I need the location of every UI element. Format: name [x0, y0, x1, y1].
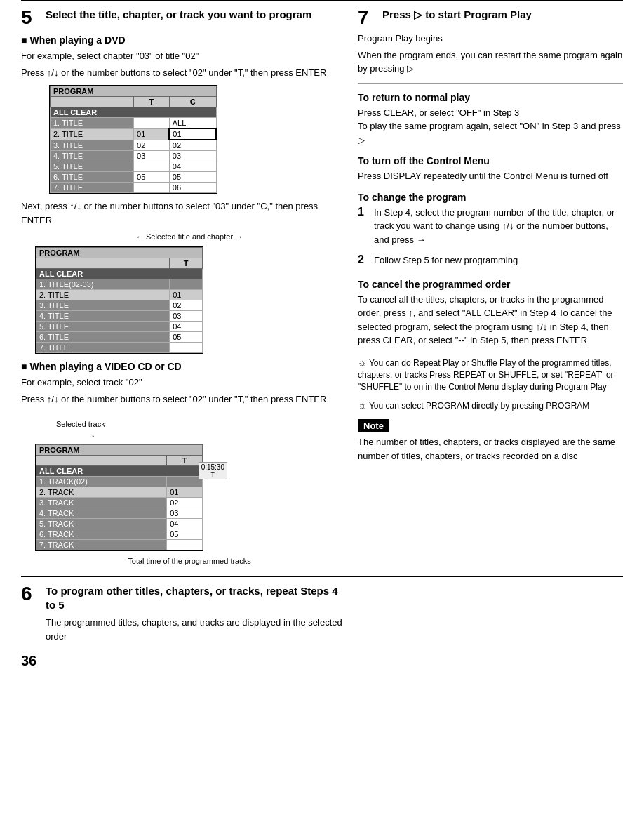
- tip1-text: ☼ You can do Repeat Play or Shuffle Play…: [358, 356, 623, 393]
- table-row: 6. TITLE 05 05: [51, 172, 217, 183]
- step6-header: 6 To program other titles, chapters, or …: [21, 584, 344, 646]
- t-val: [134, 183, 170, 193]
- vcd-body1: For example, select track "02": [21, 376, 344, 390]
- program-table-2: PROGRAM T ALL CLEAR: [36, 247, 203, 353]
- all-clear-row: ALL CLEAR: [51, 107, 217, 118]
- step6-title-block: To program other titles, chapters, or tr…: [46, 584, 344, 646]
- table-row: 3. TITLE 02 02: [51, 140, 217, 151]
- t-val: [170, 343, 203, 353]
- tip2-text: ☼ You can select PROGRAM directly by pre…: [358, 399, 623, 413]
- table-row: 7. TITLE: [36, 343, 203, 353]
- table-row: 7. TRACK: [36, 540, 203, 550]
- t-val: 04: [170, 322, 203, 332]
- c-val: 06: [169, 183, 216, 193]
- title-6: 6. TITLE: [51, 172, 134, 183]
- bottom-left: 6 To program other titles, chapters, or …: [21, 584, 344, 669]
- dvd-body2: Press ↑/↓ or the number buttons to selec…: [21, 66, 344, 80]
- step7-body1: Program Play begins: [358, 32, 623, 46]
- divider-1: [358, 83, 623, 84]
- dvd-table1: PROGRAM T C ALL CLEAR: [49, 85, 217, 194]
- tip2-container: ☼ You can select PROGRAM directly by pre…: [358, 399, 623, 413]
- left-column: 5 Select the title, chapter, or track yo…: [21, 8, 344, 569]
- step5-header: 5 Select the title, chapter, or track yo…: [21, 8, 344, 27]
- title-5-2: 5. TITLE: [36, 322, 170, 332]
- c-val: 05: [169, 172, 216, 183]
- change-program-item2: 2 Follow Step 5 for new programming: [358, 253, 623, 270]
- caption-arrow-right: →: [235, 232, 243, 241]
- table-row: 4. TRACK 03: [36, 508, 203, 519]
- step6-title: To program other titles, chapters, or tr…: [46, 585, 338, 611]
- selected-title-caption: ← Selected title and chapter →: [35, 232, 344, 241]
- time-value: 0:15:30: [201, 463, 224, 471]
- c-val: 02: [169, 140, 216, 151]
- caption-arrow-left: ←: [136, 232, 146, 241]
- title-2-2: 2. TITLE: [36, 290, 170, 300]
- vcd-body2: Press ↑/↓ or the number buttons to selec…: [21, 392, 344, 406]
- tip1-icon: ☼: [358, 357, 367, 368]
- step7-header: 7 Press ▷ to start Program Play: [358, 8, 623, 27]
- control-menu-body: Press DISPLAY repeatedly until the Contr…: [358, 169, 623, 183]
- content-area: 5 Select the title, chapter, or track yo…: [0, 1, 644, 576]
- track-7: 7. TRACK: [36, 540, 167, 550]
- t-val: 03: [170, 311, 203, 322]
- table-row: ALL CLEAR: [36, 269, 203, 279]
- normal-play-title: To return to normal play: [358, 92, 623, 103]
- col-label-1: [51, 97, 134, 107]
- track-2: 2. TRACK: [36, 487, 167, 498]
- cancel-order-body: To cancel all the titles, chapters, or t…: [358, 293, 623, 348]
- col-label-2: [36, 258, 170, 269]
- title-2: 2. TITLE: [51, 128, 134, 140]
- table-row: 2. TRACK 01: [36, 487, 203, 498]
- step7-title: Press ▷ to start Program Play: [382, 8, 532, 22]
- note-label: Note: [358, 419, 389, 432]
- t-val: 04: [167, 519, 203, 529]
- table-row: 4. TITLE 03: [36, 311, 203, 322]
- table-row: 3. TRACK 02: [36, 498, 203, 508]
- t-val: [170, 279, 203, 290]
- table-row: 6. TITLE 05: [36, 332, 203, 343]
- table-row: 4. TITLE 03 03: [51, 151, 217, 161]
- control-menu-title: To turn off the Control Menu: [358, 155, 623, 166]
- time-badge: 0:15:30 T: [199, 462, 227, 479]
- title-3: 3. TITLE: [51, 140, 134, 151]
- t-val: [167, 477, 203, 487]
- table-row: 7. TITLE 06: [51, 183, 217, 193]
- title-5: 5. TITLE: [51, 161, 134, 172]
- col-label-3: [36, 456, 167, 466]
- table-row: 5. TITLE 04: [36, 322, 203, 332]
- dvd-body1: For example, select chapter "03" of titl…: [21, 49, 344, 63]
- track-3: 3. TRACK: [36, 498, 167, 508]
- t-val: [134, 161, 170, 172]
- c-val: ALL: [169, 118, 216, 129]
- tip1-container: ☼ You can do Repeat Play or Shuffle Play…: [358, 356, 623, 393]
- tip1-content: You can do Repeat Play or Shuffle Play o…: [358, 358, 614, 392]
- program-table-3: PROGRAM T ALL CLEAR: [36, 444, 203, 550]
- col-c-1: C: [169, 97, 216, 107]
- step5-number: 5: [21, 8, 39, 27]
- title-6-2: 6. TITLE: [36, 332, 170, 343]
- table-row: 1. TRACK(02): [36, 477, 203, 487]
- tip2-icon: ☼: [358, 399, 367, 411]
- table3-area: Selected track ↓ 0:15:30 T PROGRAM: [35, 420, 344, 565]
- program-header-2: PROGRAM: [36, 248, 203, 258]
- c-val: 03: [169, 151, 216, 161]
- t-val: 02: [167, 498, 203, 508]
- col-t-1: T: [134, 97, 170, 107]
- t-val: 01: [134, 128, 170, 140]
- track-1: 1. TRACK(02): [36, 477, 167, 487]
- title-4: 4. TITLE: [51, 151, 134, 161]
- step6-body: The programmed titles, chapters, and tra…: [46, 616, 344, 643]
- t-val: 03: [134, 151, 170, 161]
- vcd-section-header: When playing a VIDEO CD or CD: [21, 361, 344, 372]
- item2-text: Follow Step 5 for new programming: [374, 253, 518, 267]
- tip2-content: You can select PROGRAM directly by press…: [369, 401, 589, 411]
- vcd-table3: 0:15:30 T PROGRAM T: [35, 444, 203, 551]
- table-row: 2. TITLE 01 01: [51, 128, 217, 140]
- all-clear-2: ALL CLEAR: [36, 269, 203, 279]
- page: 5 Select the title, chapter, or track yo…: [0, 0, 644, 834]
- track-4: 4. TRACK: [36, 508, 167, 519]
- t-val: 05: [134, 172, 170, 183]
- caption-text: Selected title and chapter: [146, 232, 233, 241]
- table-row: 5. TITLE 04: [51, 161, 217, 172]
- step6-number: 6: [21, 584, 39, 604]
